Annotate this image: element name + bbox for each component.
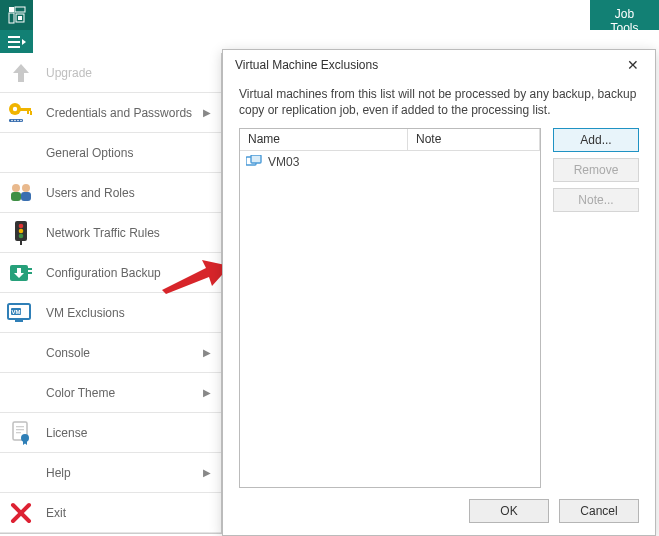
column-note[interactable]: Note (408, 129, 540, 151)
list-item[interactable]: VM03 (240, 151, 540, 173)
note-button: Note... (553, 188, 639, 212)
add-button[interactable]: Add... (553, 128, 639, 152)
svg-rect-2 (15, 7, 25, 12)
svg-rect-6 (8, 36, 20, 38)
upgrade-icon (6, 58, 36, 88)
svg-point-26 (19, 233, 24, 238)
column-name[interactable]: Name (240, 129, 408, 151)
app-icon (0, 0, 33, 30)
menu-general-options[interactable]: General Options (0, 133, 221, 173)
svg-point-37 (21, 434, 29, 442)
svg-rect-27 (20, 241, 22, 245)
menu-label: Network Traffic Rules (46, 226, 213, 240)
menu-console[interactable]: Console ▶ (0, 333, 221, 373)
svg-rect-7 (8, 41, 20, 43)
svg-rect-20 (11, 192, 21, 201)
console-icon (6, 338, 36, 368)
svg-text:VM: VM (12, 309, 21, 315)
vm-icon (246, 155, 262, 169)
menu-label: Color Theme (46, 386, 203, 400)
titlebar: Job Tools (0, 0, 659, 30)
svg-rect-1 (9, 7, 14, 12)
users-icon (6, 178, 36, 208)
menu-label: Help (46, 466, 203, 480)
svg-rect-39 (251, 155, 261, 163)
vm-exclusions-icon: VM (6, 298, 36, 328)
license-icon (6, 418, 36, 448)
help-icon (6, 458, 36, 488)
svg-point-19 (12, 184, 20, 192)
svg-point-10 (13, 106, 17, 110)
svg-rect-12 (27, 111, 29, 114)
menu-config-backup[interactable]: Configuration Backup (0, 253, 221, 293)
menu-label: Configuration Backup (46, 266, 213, 280)
cancel-button[interactable]: Cancel (559, 499, 639, 523)
titlebar-tab-jobtools[interactable]: Job Tools (590, 0, 659, 30)
svg-rect-34 (16, 426, 24, 427)
config-backup-icon (6, 258, 36, 288)
svg-point-17 (17, 119, 19, 121)
options-icon (6, 138, 36, 168)
menu-users-roles[interactable]: Users and Roles (0, 173, 221, 213)
svg-point-15 (11, 119, 13, 121)
menu-network-traffic[interactable]: Network Traffic Rules (0, 213, 221, 253)
main-menu-panel: Upgrade Credentials and Passwords ▶ Gene… (0, 53, 222, 534)
close-button[interactable]: ✕ (621, 57, 645, 73)
dialog-vm-exclusions: Virtual Machine Exclusions ✕ Virtual mac… (222, 49, 656, 536)
svg-rect-5 (18, 16, 22, 20)
svg-point-21 (22, 184, 30, 192)
menu-color-theme[interactable]: Color Theme ▶ (0, 373, 221, 413)
chevron-right-icon: ▶ (203, 467, 213, 478)
key-icon (6, 98, 36, 128)
svg-point-25 (19, 228, 24, 233)
menu-license[interactable]: License (0, 413, 221, 453)
list-header: Name Note (240, 129, 540, 151)
dialog-description: Virtual machines from this list will not… (223, 80, 655, 128)
exclusion-list[interactable]: Name Note VM03 (239, 128, 541, 488)
menu-label: Console (46, 346, 203, 360)
menu-upgrade: Upgrade (0, 53, 221, 93)
traffic-icon (6, 218, 36, 248)
menu-help[interactable]: Help ▶ (0, 453, 221, 493)
dialog-title: Virtual Machine Exclusions (235, 58, 378, 72)
side-buttons: Add... Remove Note... (553, 128, 639, 488)
vm-name: VM03 (268, 155, 299, 169)
menu-label: Credentials and Passwords (46, 106, 203, 120)
svg-rect-8 (8, 46, 20, 48)
svg-point-24 (19, 223, 24, 228)
color-theme-icon (6, 378, 36, 408)
chevron-right-icon: ▶ (203, 107, 213, 118)
main-menu-button[interactable] (0, 30, 33, 53)
remove-button: Remove (553, 158, 639, 182)
menu-vm-exclusions[interactable]: VM VM Exclusions (0, 293, 221, 333)
chevron-right-icon: ▶ (203, 347, 213, 358)
menu-label: VM Exclusions (46, 306, 213, 320)
menu-label: License (46, 426, 213, 440)
svg-point-18 (20, 119, 22, 121)
svg-rect-30 (15, 320, 23, 322)
menu-credentials[interactable]: Credentials and Passwords ▶ (0, 93, 221, 133)
svg-rect-36 (16, 432, 21, 433)
menu-label: Users and Roles (46, 186, 213, 200)
svg-rect-13 (30, 111, 32, 115)
dialog-footer: OK Cancel (469, 499, 639, 523)
svg-rect-22 (21, 192, 31, 201)
svg-point-16 (14, 119, 16, 121)
ok-button[interactable]: OK (469, 499, 549, 523)
svg-rect-3 (9, 13, 14, 23)
menu-label: Upgrade (46, 66, 213, 80)
menu-label: General Options (46, 146, 213, 160)
chevron-right-icon: ▶ (203, 387, 213, 398)
menu-label: Exit (46, 506, 213, 520)
svg-rect-11 (19, 108, 31, 111)
svg-rect-35 (16, 429, 24, 430)
menu-exit[interactable]: Exit (0, 493, 221, 533)
dialog-titlebar: Virtual Machine Exclusions ✕ (223, 50, 655, 80)
exit-icon (6, 498, 36, 528)
